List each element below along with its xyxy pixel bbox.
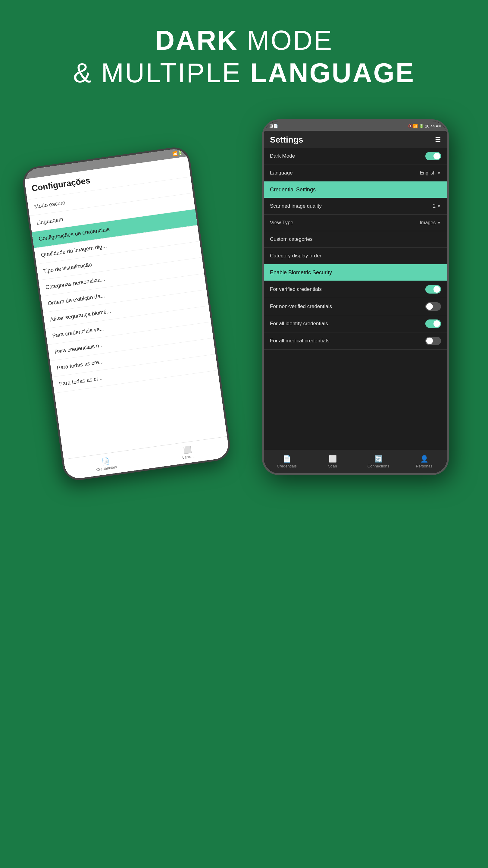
image-quality-label: Scanned image quality [270, 203, 322, 209]
phone-portuguese: 📶🔋 Configurações Modo escuro Linguagem C… [21, 145, 232, 482]
settings-view-type[interactable]: View Type Images ▼ [264, 215, 447, 231]
app-header: DARK MODE & MULTIPLE LANGUAGE [73, 24, 415, 89]
dark-mode-toggle[interactable] [425, 152, 441, 160]
credential-settings-label: Credential Settings [270, 187, 316, 193]
signal-icon: 🔇📶 [408, 124, 418, 128]
headline-line1: DARK MODE [73, 24, 415, 57]
image-quality-arrow: ▼ [437, 204, 441, 209]
language-label: Language [270, 170, 293, 176]
status-time-front: 🔇📶 🔋 10:44 AM [408, 124, 442, 128]
connections-icon-front: 🔄 [375, 455, 383, 463]
view-type-value[interactable]: Images ▼ [420, 220, 441, 225]
nav-personas-front[interactable]: 👤 Personas [401, 450, 447, 473]
scan-icon-front: ⬜ [329, 455, 337, 463]
personas-label-front: Personas [416, 464, 432, 468]
identity-creds-label: For all identity credentials [270, 321, 328, 327]
language-selected: English [420, 170, 435, 176]
bottom-nav-front: 📄 Credentials ⬜ Scan 🔄 Connections 👤 Per… [264, 450, 447, 473]
category-order-label: Category display order [270, 253, 321, 259]
credentials-icon-front: 📄 [283, 455, 291, 463]
settings-medical-creds[interactable]: For all medical credentials [264, 333, 447, 350]
verified-creds-toggle[interactable] [425, 285, 441, 293]
scan-icon-back: ⬜ [183, 446, 192, 455]
settings-custom-categories[interactable]: Custom categories [264, 231, 447, 248]
settings-category-order[interactable]: Category display order [264, 248, 447, 264]
settings-image-quality[interactable]: Scanned image quality 2 ▼ [264, 198, 447, 215]
time-display: 10:44 AM [425, 124, 442, 128]
battery-icon: 🔋 [419, 124, 424, 128]
language-value[interactable]: English ▼ [420, 170, 441, 176]
app-header-front: Settings ☰ [264, 131, 447, 148]
credentials-icon-back: 📄 [101, 457, 110, 466]
headline-line2: & MULTIPLE LANGUAGE [73, 57, 415, 89]
phone-english: 🖼📄 🔇📶 🔋 10:44 AM Settings ☰ Dark Mode [262, 119, 449, 475]
scan-label-front: Scan [328, 464, 337, 468]
status-icons-back: 📶🔋 [172, 150, 183, 156]
credentials-label-back: Credenciais [96, 465, 117, 472]
dark-mode-label: Dark Mode [270, 153, 295, 159]
image-quality-selected: 2 [433, 204, 435, 209]
settings-verified-creds[interactable]: For verified credentials [264, 281, 447, 298]
credential-settings-header: Credential Settings [264, 181, 447, 198]
non-verified-creds-label: For non-verified credentials [270, 304, 332, 310]
language-text: LANGUAGE [250, 58, 415, 88]
verified-creds-label: For verified credentials [270, 286, 322, 292]
nav-credentials-front[interactable]: 📄 Credentials [264, 450, 310, 473]
status-bar-front: 🖼📄 🔇📶 🔋 10:44 AM [264, 121, 447, 131]
hamburger-icon[interactable]: ☰ [435, 136, 441, 144]
credentials-label-front: Credentials [277, 464, 297, 468]
phone-front-screen: 🖼📄 🔇📶 🔋 10:44 AM Settings ☰ Dark Mode [264, 121, 447, 473]
nav-scan-front[interactable]: ⬜ Scan [310, 450, 355, 473]
medical-creds-toggle[interactable] [425, 337, 441, 345]
nav-connections-front[interactable]: 🔄 Connections [355, 450, 401, 473]
medical-creds-label: For all medical credentials [270, 338, 329, 344]
dark-text: DARK [155, 25, 238, 56]
scan-label-back: Varre... [182, 454, 195, 460]
personas-icon-front: 👤 [420, 455, 428, 463]
view-type-label: View Type [270, 220, 293, 226]
settings-dark-mode[interactable]: Dark Mode [264, 148, 447, 165]
multiple-text: & MULTIPLE LANGUAGE [73, 58, 415, 88]
connections-label-front: Connections [367, 464, 389, 468]
image-quality-value[interactable]: 2 ▼ [433, 204, 441, 209]
phone-back-screen: 📶🔋 Configurações Modo escuro Linguagem C… [23, 147, 230, 480]
view-type-selected: Images [420, 220, 435, 225]
menu-list-back: Modo escuro Linguagem Configurações de c… [27, 177, 227, 459]
settings-language[interactable]: Language English ▼ [264, 165, 447, 181]
identity-creds-toggle[interactable] [425, 319, 441, 328]
app-title-front: Settings [270, 135, 303, 145]
settings-list: Dark Mode Language English ▼ Credential … [264, 148, 447, 450]
mode-text: MODE [247, 25, 333, 56]
language-dropdown-arrow: ▼ [437, 170, 441, 176]
non-verified-creds-toggle[interactable] [425, 302, 441, 311]
view-type-arrow: ▼ [437, 220, 441, 225]
phones-container: 📶🔋 Configurações Modo escuro Linguagem C… [33, 119, 455, 782]
status-icons-front: 🖼📄 [269, 124, 278, 128]
custom-categories-label: Custom categories [270, 236, 313, 242]
settings-non-verified-creds[interactable]: For non-verified credentials [264, 298, 447, 315]
biometric-security-header: Enable Biometric Security [264, 264, 447, 281]
biometric-security-label: Enable Biometric Security [270, 270, 332, 276]
settings-identity-creds[interactable]: For all identity credentials [264, 315, 447, 333]
